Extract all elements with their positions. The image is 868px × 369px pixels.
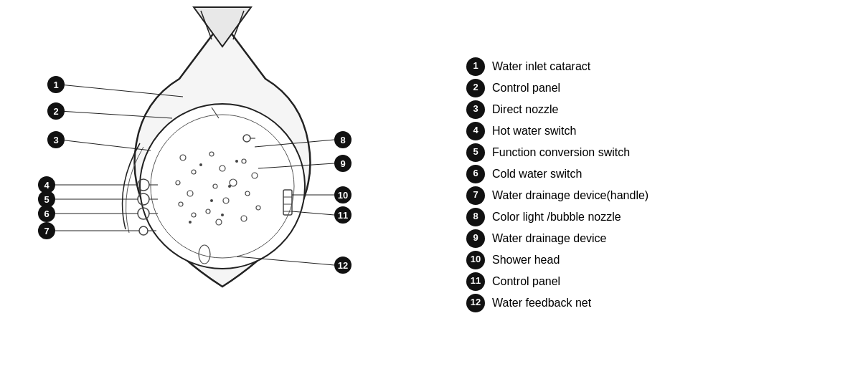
legend-item: 1Water inlet cataract [466, 57, 846, 76]
legend-item: 7Water drainage device(handle) [466, 186, 846, 205]
svg-text:2: 2 [53, 106, 58, 117]
legend-item: 3Direct nozzle [466, 100, 846, 119]
svg-point-22 [199, 163, 202, 166]
legend-label: Water inlet cataract [492, 57, 590, 76]
legend-label: Control panel [492, 79, 560, 97]
svg-point-27 [235, 160, 238, 163]
diagram-section: 1 2 3 4 5 6 [0, 0, 445, 369]
legend-badge: 9 [466, 229, 485, 248]
legend-label: Water feedback net [492, 294, 591, 312]
legend-section: 1Water inlet cataract2Control panel3Dire… [445, 43, 868, 327]
legend-item: 8Color light /bubble nozzle [466, 208, 846, 226]
svg-text:1: 1 [53, 80, 58, 90]
legend-item: 11Control panel [466, 272, 846, 291]
legend-badge: 12 [466, 294, 485, 312]
legend-label: Function conversion switch [492, 143, 630, 162]
svg-text:11: 11 [338, 210, 348, 221]
svg-text:4: 4 [44, 180, 49, 191]
legend-label: Color light /bubble nozzle [492, 208, 621, 226]
legend-label: Control panel [492, 272, 560, 291]
legend-badge: 3 [466, 100, 485, 119]
legend-item: 12Water feedback net [466, 294, 846, 312]
legend-label: Cold water switch [492, 165, 582, 183]
legend-item: 6Cold water switch [466, 165, 846, 183]
legend-badge: 10 [466, 251, 485, 269]
legend-badge: 4 [466, 122, 485, 140]
legend-item: 2Control panel [466, 79, 846, 97]
svg-text:5: 5 [44, 194, 49, 205]
svg-text:9: 9 [340, 158, 345, 169]
legend-item: 4Hot water switch [466, 122, 846, 140]
legend-label: Hot water switch [492, 122, 576, 140]
svg-point-26 [189, 221, 192, 224]
legend-badge: 6 [466, 165, 485, 183]
svg-point-2 [140, 104, 305, 269]
svg-point-24 [210, 199, 213, 202]
legend-badge: 7 [466, 186, 485, 205]
legend-badge: 1 [466, 57, 485, 76]
legend-label: Direct nozzle [492, 100, 558, 119]
svg-point-25 [221, 214, 224, 216]
svg-text:8: 8 [340, 135, 345, 145]
svg-text:10: 10 [338, 190, 348, 201]
legend-item: 9Water drainage device [466, 229, 846, 248]
svg-text:12: 12 [338, 260, 348, 271]
svg-point-39 [139, 226, 148, 235]
main-container: 1 2 3 4 5 6 [0, 0, 868, 369]
legend-badge: 8 [466, 208, 485, 226]
legend-label: Water drainage device [492, 229, 607, 248]
legend-item: 10Shower head [466, 251, 846, 269]
svg-text:7: 7 [44, 226, 49, 236]
legend-badge: 5 [466, 143, 485, 162]
legend-label: Water drainage device(handle) [492, 186, 648, 205]
legend-badge: 11 [466, 272, 485, 291]
legend-badge: 2 [466, 79, 485, 97]
svg-text:3: 3 [53, 135, 58, 145]
legend-item: 5Function conversion switch [466, 143, 846, 162]
svg-text:6: 6 [44, 209, 49, 219]
legend-label: Shower head [492, 251, 560, 269]
svg-point-23 [228, 185, 231, 188]
